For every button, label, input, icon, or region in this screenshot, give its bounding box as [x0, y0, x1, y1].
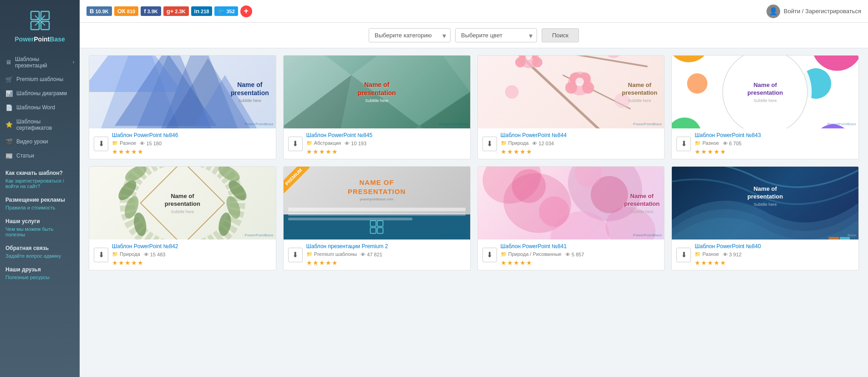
card-841: Name ofpresentation Subtitle here PowerP…	[477, 166, 665, 270]
card-846-bottom: ⬇ Шаблон PowerPoint №846 📁 Разное 👁 15 1…	[94, 132, 271, 155]
gp-letter: g+	[167, 8, 174, 15]
sidebar: PowerPointBase 🖥 Шаблоны презентаций › 🛒…	[0, 0, 80, 377]
color-select-wrap: Выберите цвет	[455, 28, 537, 42]
login-area[interactable]: 👤 Войти / Зарегистрироваться	[766, 5, 861, 18]
card-845-stars: ★★★★★	[306, 148, 372, 155]
card-premium2-bottom: ⬇ Шаблон презентации Premium 2 📁 Premium…	[288, 243, 466, 266]
tw-button[interactable]: 🐦 352	[214, 6, 238, 16]
svg-point-32	[565, 82, 577, 94]
fb-button[interactable]: f 3.9K	[141, 6, 161, 16]
sidebar-item-word[interactable]: 📄 Шаблоны Word	[0, 101, 80, 115]
card-842-views: 👁 15 483	[144, 252, 166, 257]
card-845-category: 📁 Абстракция	[306, 140, 341, 146]
sidebar-item-video[interactable]: 🎬 Видео уроки	[0, 135, 80, 149]
color-select[interactable]: Выберите цвет	[455, 28, 537, 42]
li-count: 218	[201, 9, 209, 14]
card-840-views: 👁 3 912	[723, 252, 742, 257]
sidebar-item-templates[interactable]: 🖥 Шаблоны презентаций ›	[0, 52, 80, 72]
card-841-thumb: Name ofpresentation Subtitle here PowerP…	[478, 167, 665, 239]
card-841-views: 👁 5 857	[565, 252, 584, 257]
sidebar-item-premium[interactable]: 🛒 Premium шаблоны	[0, 72, 80, 87]
premium-badge-text: PREMIUM	[284, 167, 310, 193]
card-842-bottom: ⬇ Шаблон PowerPoint №842 📁 Природа 👁 15 …	[94, 243, 271, 266]
card-844-text: Name ofpresentation Subtitle here	[622, 82, 657, 103]
sidebar-item-certs[interactable]: ⭐ Шаблоны сертификатов	[0, 115, 80, 135]
doc-icon: 📄	[5, 104, 13, 111]
card-846-meta: 📁 Разное 👁 15 180	[112, 140, 178, 146]
card-845-title[interactable]: Шаблон PowerPoint №845	[306, 132, 372, 138]
card-844-title[interactable]: Шаблон PowerPoint №844	[501, 132, 567, 138]
card-842-text: Name ofpresentation Subtitle here	[165, 193, 200, 214]
card-844-thumb: Name ofpresentation Subtitle here PowerP…	[478, 56, 665, 128]
card-premium2-title[interactable]: Шаблон презентации Premium 2	[306, 243, 388, 250]
services-link[interactable]: Чем мы можем быть полезны	[5, 226, 74, 237]
arrow-icon: ›	[73, 60, 74, 65]
section-advertising: Размещение рекламы Правила и стоимость	[0, 197, 80, 211]
premium-content-rows	[288, 208, 466, 220]
tw-count: 352	[226, 9, 234, 14]
download-btn-846[interactable]: ⬇	[94, 137, 108, 151]
download-btn-844[interactable]: ⬇	[482, 137, 497, 151]
card-840-meta: 📁 Разное 👁 3 912	[695, 251, 761, 257]
nav-items: 🖥 Шаблоны презентаций › 🛒 Premium шаблон…	[0, 52, 80, 163]
category-select-wrap: Выберите категорию	[369, 28, 451, 42]
advertising-link[interactable]: Правила и стоимость	[5, 205, 74, 210]
download-btn-842[interactable]: ⬇	[94, 248, 108, 262]
watermark-844: PowerPointBase	[633, 122, 662, 126]
card-844-stars: ★★★★★	[501, 148, 567, 155]
card-841-text: Name ofpresentation Subtitle here	[624, 193, 660, 214]
friends-link[interactable]: Полезные ресурсы	[5, 275, 74, 280]
how-to-link[interactable]: Как зарегистрироваться / войти на сайт?	[5, 178, 74, 189]
feedback-link[interactable]: Задайте вопрос админу	[5, 253, 74, 259]
gp-count: 2.3K	[175, 9, 185, 14]
fb-letter: f	[144, 8, 146, 15]
card-843-footer: ⬇ Шаблон PowerPoint №843 📁 Разное 👁 6 70…	[672, 128, 858, 159]
card-premium2-stars: ★★★★★	[306, 259, 388, 266]
category-select[interactable]: Выберите категорию	[369, 28, 451, 42]
download-btn-843[interactable]: ⬇	[676, 137, 691, 151]
card-841-meta: 📁 Природа / Рисованные 👁 5 857	[501, 251, 584, 257]
ok-button[interactable]: ОК 810	[114, 6, 138, 16]
watermark-840: Base	[848, 233, 856, 237]
ok-letter: ОК	[117, 8, 126, 15]
vk-letter: В	[90, 8, 94, 15]
card-841-title[interactable]: Шаблон PowerPoint №841	[501, 243, 584, 250]
tw-letter: 🐦	[218, 8, 225, 15]
gp-button[interactable]: g+ 2.3K	[163, 6, 189, 16]
sidebar-item-articles[interactable]: 📰 Статьи	[0, 149, 80, 163]
search-button[interactable]: Поиск	[542, 28, 579, 42]
card-843-title[interactable]: Шаблон PowerPoint №843	[695, 132, 761, 138]
card-842-title[interactable]: Шаблон PowerPoint №842	[112, 243, 178, 250]
card-840-title[interactable]: Шаблон PowerPoint №840	[695, 243, 761, 250]
sidebar-item-premium-label: Premium шаблоны	[16, 76, 63, 82]
card-845-footer: ⬇ Шаблон PowerPoint №845 📁 Абстракция 👁 …	[284, 128, 470, 159]
sidebar-item-diagrams[interactable]: 📊 Шаблоны диаграмм	[0, 87, 80, 101]
card-846-title[interactable]: Шаблон PowerPoint №846	[112, 132, 178, 138]
svg-point-59	[197, 239, 219, 239]
star-icon: ⭐	[5, 121, 13, 128]
download-btn-845[interactable]: ⬇	[288, 137, 303, 151]
svg-point-33	[575, 77, 584, 86]
svg-point-35	[505, 85, 518, 99]
li-button[interactable]: in 218	[191, 6, 213, 16]
add-social-button[interactable]: +	[240, 5, 252, 17]
card-843-views: 👁 6 705	[723, 141, 742, 146]
download-btn-premium2[interactable]: ⬇	[288, 248, 303, 262]
card-842-footer: ⬇ Шаблон PowerPoint №842 📁 Природа 👁 15 …	[89, 239, 276, 270]
card-premium2-title-text: NAME OFPRESENTATION powerpointbase.com	[302, 178, 452, 201]
watermark-841: PowerPointBase	[633, 233, 662, 237]
svg-point-70	[512, 169, 546, 204]
card-premium2-footer: ⬇ Шаблон презентации Premium 2 📁 Premium…	[284, 239, 470, 270]
card-842: Name ofpresentation Subtitle here PowerP…	[89, 166, 276, 270]
download-btn-840[interactable]: ⬇	[676, 248, 691, 262]
svg-point-26	[515, 57, 525, 67]
svg-point-31	[582, 82, 594, 94]
svg-rect-61	[371, 221, 376, 227]
svg-rect-63	[371, 228, 376, 234]
card-845-bottom: ⬇ Шаблон PowerPoint №845 📁 Абстракция 👁 …	[288, 132, 466, 155]
card-846-category: 📁 Разное	[112, 140, 136, 146]
download-btn-841[interactable]: ⬇	[482, 248, 497, 262]
vk-button[interactable]: В 10.9K	[86, 6, 112, 16]
svg-point-37	[672, 56, 710, 62]
card-841-footer: ⬇ Шаблон PowerPoint №841 📁 Природа / Рис…	[478, 239, 665, 270]
